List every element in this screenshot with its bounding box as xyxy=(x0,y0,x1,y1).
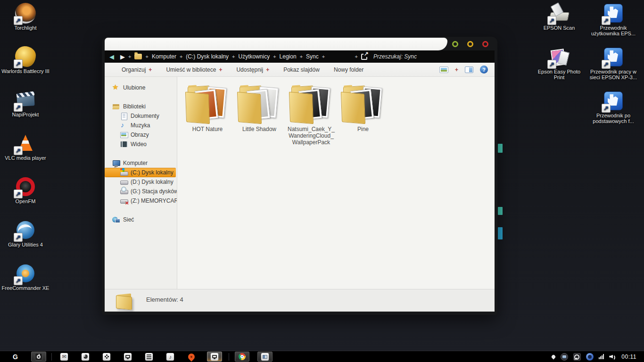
shortcut-arrow-icon: ↗ xyxy=(602,16,611,25)
library-icon xyxy=(112,103,120,110)
star-icon xyxy=(112,84,120,91)
shortcut-arrow-icon: ↗ xyxy=(14,16,23,25)
window-titlebar[interactable] xyxy=(105,38,495,50)
sidebar-item-wideo[interactable]: Wideo xyxy=(105,140,177,149)
photo-print-icon: ↗ xyxy=(549,47,570,67)
shortcut-arrow-icon: ↗ xyxy=(547,60,556,69)
taskbar-pin-swirl[interactable] xyxy=(75,351,96,362)
steam-icon[interactable] xyxy=(573,353,581,361)
desktop-icon-glary[interactable]: ↗ Glary Utilities 4 xyxy=(1,220,50,249)
breadcrumb-separator: + xyxy=(300,54,303,59)
close-button[interactable] xyxy=(482,41,488,47)
maximize-button[interactable] xyxy=(467,41,473,47)
volume-icon[interactable] xyxy=(609,354,616,360)
breadcrumb-separator: + xyxy=(145,54,148,59)
sidebar-item-ulubione[interactable]: Ulubione xyxy=(105,83,177,92)
taskbar-pin-music[interactable]: ♪ xyxy=(160,351,181,362)
taskbar-pin-mail[interactable]: ✉ xyxy=(54,351,75,362)
sidebar-item-drive-c[interactable]: (C:) Dysk lokalny xyxy=(105,168,176,177)
guide-book-icon: ↗ xyxy=(603,90,624,111)
desktop-icon-vlc[interactable]: ↗ VLC media player xyxy=(1,133,50,162)
sidebar-item-obrazy[interactable]: Obrazy xyxy=(105,130,177,140)
origin-icon xyxy=(187,352,196,362)
share-export-icon[interactable] xyxy=(361,54,367,60)
sidebar-item-komputer[interactable]: Komputer xyxy=(105,158,177,168)
back-button[interactable]: ◀ xyxy=(109,54,114,60)
taskbar: G ✉ ♪ 00:11 xyxy=(0,351,644,362)
start-button[interactable]: G xyxy=(13,353,18,361)
shortcut-arrow-icon: ↗ xyxy=(602,104,611,113)
search-input[interactable]: Przeszukaj: Sync xyxy=(373,53,417,60)
glary-sphere-icon: ↗ xyxy=(15,220,36,240)
taskbar-pin-layers[interactable] xyxy=(139,351,160,362)
share-with-button[interactable]: Udostępnij + xyxy=(236,66,269,73)
desktop-icon-label: Glary Utilities 4 xyxy=(1,242,50,247)
breadcrumb-item-komputer[interactable]: Komputer xyxy=(152,53,176,60)
taskbar-app-explorer-active[interactable] xyxy=(207,352,222,362)
desktop-icon-label: Przewodnik po podstawowych f... xyxy=(586,113,641,124)
torchlight-icon: ↗ xyxy=(15,3,36,24)
disc-drive-icon xyxy=(120,188,128,195)
taskbar-app-power[interactable] xyxy=(31,352,46,362)
views-dropdown-plus-icon[interactable]: + xyxy=(455,66,458,73)
folder-natsumi-wallpaperpack[interactable]: Natsumi_Caek_Y_ WanderingCloud_ Wallpape… xyxy=(285,85,337,146)
warlords-icon: ↗ xyxy=(15,46,36,67)
desktop-icon-torchlight[interactable]: ↗ Torchlight xyxy=(1,3,50,32)
desktop-icon-warlords[interactable]: ↗ Warlords Battlecry III xyxy=(1,46,50,75)
sidebar-item-muzyka[interactable]: Muzyka xyxy=(105,121,177,130)
new-folder-button[interactable]: Nowy folder xyxy=(334,66,363,73)
breadcrumb-separator: + xyxy=(128,54,131,59)
slideshow-button[interactable]: Pokaz slajdów xyxy=(283,66,320,73)
sidebar-item-drive-d[interactable]: (D:) Dysk lokalny xyxy=(105,177,177,187)
help-icon[interactable]: ? xyxy=(480,66,488,74)
sidebar-item-drive-g[interactable]: (G:) Stacja dysków xyxy=(105,187,177,196)
organize-button[interactable]: Organizuj + xyxy=(122,66,152,73)
breadcrumb-separator: + xyxy=(180,54,182,59)
desktop-icon-label: NapiProjekt xyxy=(1,112,50,117)
desktop-icon-guide-user[interactable]: ↗ Przewodnik użytkownika EPS... xyxy=(586,3,641,32)
include-in-library-button[interactable]: Umieść w bibliotece + xyxy=(166,66,222,73)
taskbar-app-photos[interactable] xyxy=(257,352,272,362)
dropdown-plus-icon: + xyxy=(149,66,152,73)
folder-pine[interactable]: Pine xyxy=(337,85,389,132)
taskbar-app-chrome[interactable] xyxy=(235,352,249,362)
explorer-window: ◀ ▶ + + Komputer + (C:) Dysk lokalny + U… xyxy=(102,37,497,315)
sidebar-item-dokumenty[interactable]: Dokumenty xyxy=(105,111,177,121)
messenger-icon[interactable] xyxy=(586,353,594,361)
breadcrumb-item-legion[interactable]: Legion xyxy=(280,53,297,60)
desktop-icon-guide-network[interactable]: ↗ Przewodnik pracy w sieci EPSON XP-3... xyxy=(586,47,641,76)
views-icon[interactable] xyxy=(439,66,448,73)
forward-button[interactable]: ▶ xyxy=(120,54,125,60)
folder-little-shadow[interactable]: Little Shadow xyxy=(233,85,285,132)
taskbar-pin-qr[interactable] xyxy=(96,351,117,362)
desktop-icon-epson-scan[interactable]: ↗ EPSON Scan xyxy=(535,3,584,32)
network-signal-icon[interactable] xyxy=(599,354,604,359)
system-tray xyxy=(552,353,621,361)
desktop-icon-guide-basics[interactable]: ↗ Przewodnik po podstawowych f... xyxy=(586,90,641,120)
sidebar-item-drive-z[interactable]: (Z:) MEMORYCARD xyxy=(105,196,177,206)
desktop-icon-freecommander[interactable]: ↗ FreeCommander XE xyxy=(1,263,50,292)
breadcrumb-item-dysk-c[interactable]: (C:) Dysk lokalny xyxy=(186,53,229,60)
shortcut-arrow-icon: ↗ xyxy=(547,16,556,25)
desktop-icon-label: Przewodnik pracy w sieci EPSON XP-3... xyxy=(586,69,641,80)
sidebar-item-biblioteki[interactable]: Biblioteki xyxy=(105,102,177,111)
taskbar-pin-monitor[interactable] xyxy=(117,351,139,362)
taskbar-pin-origin[interactable] xyxy=(181,351,202,362)
music-note-icon xyxy=(120,122,128,129)
folder-thumbnail-icon xyxy=(238,85,281,124)
taskbar-clock[interactable]: 00:11 xyxy=(621,354,644,360)
minimize-button[interactable] xyxy=(452,41,458,47)
preview-pane-icon[interactable] xyxy=(465,66,473,73)
drop-icon[interactable] xyxy=(551,354,556,359)
breadcrumb-item-sync[interactable]: Sync xyxy=(306,53,319,60)
folder-hot-nature[interactable]: HOT Nature xyxy=(182,85,233,132)
desktop-icon-openfm[interactable]: ↗ OpenFM xyxy=(1,176,50,206)
music-player-icon: ♪ xyxy=(169,354,172,360)
display-settings-icon[interactable] xyxy=(561,353,568,361)
document-icon xyxy=(120,112,128,120)
command-toolbar: Organizuj + Umieść w bibliotece + Udostę… xyxy=(105,63,495,77)
breadcrumb-item-uzytkownicy[interactable]: Użytkownicy xyxy=(238,53,270,60)
desktop-icon-easy-photo-print[interactable]: ↗ Epson Easy Photo Print xyxy=(535,47,584,76)
desktop-icon-napiprojekt[interactable]: ↗ NapiProjekt xyxy=(1,90,50,119)
sidebar-item-siec[interactable]: Sieć xyxy=(105,215,177,224)
